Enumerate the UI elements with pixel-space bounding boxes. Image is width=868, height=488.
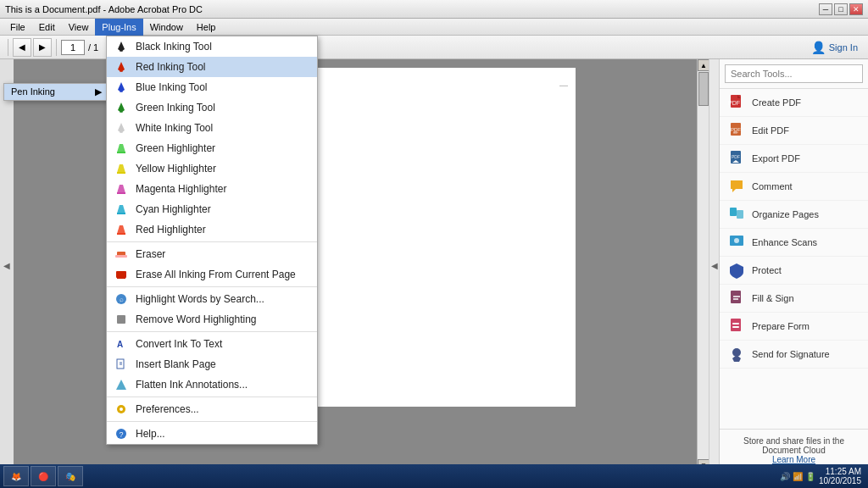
dropdown-item[interactable]: Eraser xyxy=(107,244,317,264)
tool-item[interactable]: PDFCreate PDF xyxy=(720,89,868,117)
svg-rect-11 xyxy=(737,210,743,219)
menu-window[interactable]: Window xyxy=(143,19,190,36)
dropdown-item[interactable]: Preferences... xyxy=(107,399,317,419)
tool-icon xyxy=(728,290,745,307)
svg-text:⌕: ⌕ xyxy=(120,296,124,303)
dropdown-item[interactable]: Black Inking Tool xyxy=(107,36,317,57)
svg-rect-31 xyxy=(120,131,123,133)
tool-item[interactable]: PDFExport PDF xyxy=(720,145,868,173)
page-input[interactable] xyxy=(61,40,85,55)
menu-item-icon xyxy=(114,181,129,197)
menu-item-icon xyxy=(114,312,129,327)
scroll-track[interactable] xyxy=(698,71,709,459)
menu-item-icon: ? xyxy=(114,426,129,441)
menu-item-label: Black Inking Tool xyxy=(136,41,212,53)
menu-item-icon: ⌕ xyxy=(114,291,129,307)
menu-help[interactable]: Help xyxy=(190,19,223,36)
left-nav-arrow[interactable]: ◀ xyxy=(0,59,14,471)
dropdown-item[interactable]: Magenta Highlighter xyxy=(107,179,317,199)
dropdown-item[interactable]: Red Inking Tool xyxy=(107,57,317,77)
nav-forward-button[interactable]: ▶ xyxy=(33,38,52,57)
tool-item[interactable]: Comment xyxy=(720,173,868,201)
search-tools-input[interactable] xyxy=(725,64,863,83)
menu-item-label: Magenta Highlighter xyxy=(136,183,226,195)
dropdown-item[interactable]: Remove Word Highlighting xyxy=(107,309,317,330)
dropdown-item[interactable]: ⌕Highlight Words by Search... xyxy=(107,289,317,309)
tool-item[interactable]: Send for Signature xyxy=(720,341,868,369)
tool-icon xyxy=(728,178,745,195)
svg-text:PDF: PDF xyxy=(732,154,740,159)
taskbar-firefox[interactable]: 🦊 xyxy=(3,466,29,486)
tool-item[interactable]: PDF✏Edit PDF xyxy=(720,117,868,145)
dropdown-item[interactable]: Erase All Inking From Current Page xyxy=(107,264,317,285)
dropdown-item[interactable]: Flatten Ink Annotations... xyxy=(107,374,317,395)
menu-item-label: Blue Inking Tool xyxy=(136,81,208,93)
menu-item-icon xyxy=(114,402,129,417)
svg-rect-48 xyxy=(117,315,125,324)
menu-item-label: Flatten Ink Annotations... xyxy=(136,379,248,391)
pen-inking-item[interactable]: Pen Inking ▶ xyxy=(4,84,108,100)
menu-item-icon xyxy=(114,120,129,136)
tool-label: Organize Pages xyxy=(752,209,819,219)
dropdown-item[interactable]: White Inking Tool xyxy=(107,118,317,138)
svg-text:?: ? xyxy=(119,430,123,439)
dropdown-item[interactable]: Cyan Highlighter xyxy=(107,199,317,219)
tool-item[interactable]: Protect xyxy=(720,257,868,285)
taskbar-left: 🦊 🔴 🎭 xyxy=(0,466,83,486)
menu-file[interactable]: File xyxy=(3,19,32,36)
window-controls: ─ □ ✕ xyxy=(819,3,863,15)
dropdown-item[interactable]: Yellow Highlighter xyxy=(107,158,317,179)
svg-rect-37 xyxy=(117,192,125,194)
svg-rect-25 xyxy=(120,70,123,72)
page-total-label: / 1 xyxy=(88,42,98,53)
svg-marker-40 xyxy=(117,225,125,234)
maximize-button[interactable]: □ xyxy=(834,3,848,15)
svg-rect-41 xyxy=(117,233,125,235)
dropdown-item[interactable]: ?Help... xyxy=(107,424,317,444)
minimize-button[interactable]: ─ xyxy=(819,3,832,15)
tool-label: Export PDF xyxy=(752,153,800,164)
menu-item-label: Red Inking Tool xyxy=(136,61,206,73)
menu-separator xyxy=(107,241,317,242)
menu-view[interactable]: View xyxy=(62,19,96,36)
sign-in-label[interactable]: Sign In xyxy=(829,42,858,53)
tool-icon: PDF xyxy=(728,150,745,167)
tool-icon xyxy=(728,206,745,223)
dropdown-menu: Black Inking ToolRed Inking ToolBlue Ink… xyxy=(106,36,318,445)
taskbar-app3[interactable]: 🎭 xyxy=(58,466,83,486)
menu-item-label: Insert Blank Page xyxy=(136,358,216,370)
menu-item-label: Cyan Highlighter xyxy=(136,203,211,215)
scroll-up-button[interactable]: ▲ xyxy=(698,59,709,71)
dropdown-item[interactable]: AConvert Ink To Text xyxy=(107,334,317,354)
dropdown-item[interactable]: Green Highlighter xyxy=(107,138,317,158)
menu-plugins[interactable]: Plug-Ins xyxy=(95,19,142,36)
right-panel-expand[interactable]: ◀ xyxy=(709,59,719,471)
dropdown-item[interactable]: Insert Blank Page xyxy=(107,354,317,374)
svg-text:A: A xyxy=(117,340,123,349)
menu-edit[interactable]: Edit xyxy=(32,19,62,36)
tool-item[interactable]: Fill & Sign xyxy=(720,285,868,313)
tool-item[interactable]: Organize Pages xyxy=(720,201,868,229)
dropdown-item[interactable]: Blue Inking Tool xyxy=(107,77,317,97)
cloud-text: Store and share files in the Document Cl… xyxy=(743,436,844,455)
tool-label: Send for Signature xyxy=(752,349,830,359)
tool-icon: PDF xyxy=(728,94,745,111)
dropdown-item[interactable]: Green Inking Tool xyxy=(107,97,317,118)
svg-rect-27 xyxy=(120,91,123,92)
svg-marker-34 xyxy=(117,164,125,173)
learn-more-link[interactable]: Learn More xyxy=(772,455,815,464)
svg-rect-35 xyxy=(117,172,125,174)
menu-item-label: Convert Ink To Text xyxy=(136,338,222,350)
dropdown-item[interactable]: Red Highlighter xyxy=(107,219,317,240)
pen-inking-submenu: Pen Inking ▶ xyxy=(3,83,109,101)
tool-label: Fill & Sign xyxy=(752,293,794,303)
tool-label: Protect xyxy=(752,265,782,275)
nav-back-button[interactable]: ◀ xyxy=(13,38,31,57)
tool-item[interactable]: Enhance Scans xyxy=(720,229,868,257)
scroll-thumb[interactable] xyxy=(698,72,709,106)
close-button[interactable]: ✕ xyxy=(849,3,863,15)
menu-item-label: Yellow Highlighter xyxy=(136,163,216,175)
taskbar-acrobat[interactable]: 🔴 xyxy=(31,466,56,486)
tool-item[interactable]: Prepare Form xyxy=(720,313,868,341)
menu-item-icon xyxy=(114,247,129,262)
